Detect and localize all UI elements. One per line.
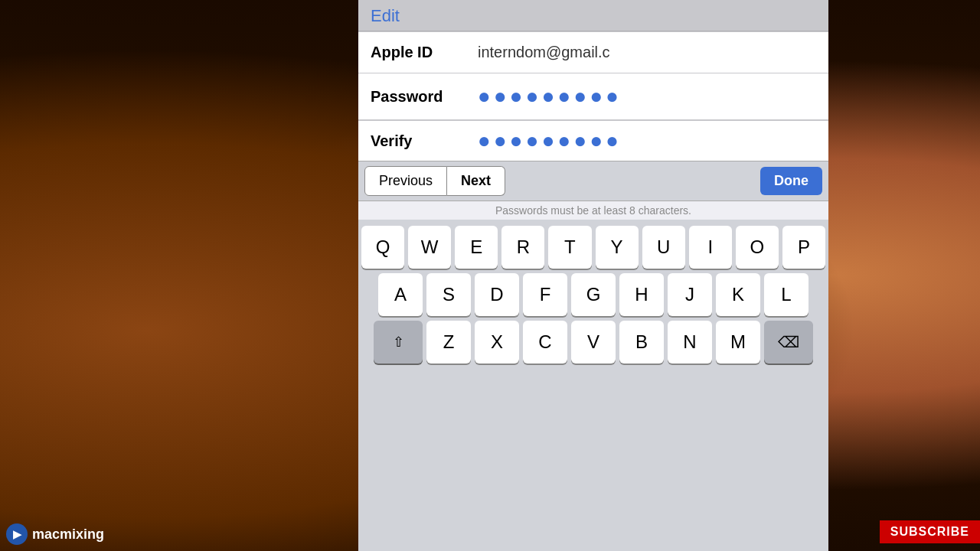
keyboard-row-2: A S D F G H J K L xyxy=(361,273,825,316)
apple-id-value[interactable]: interndom@gmail.c xyxy=(478,44,816,61)
shift-key[interactable]: ⇧ xyxy=(374,321,423,364)
subscribe-badge[interactable]: SUBSCRIBE xyxy=(880,520,980,543)
key-b[interactable]: B xyxy=(619,321,664,364)
key-r[interactable]: R xyxy=(501,226,544,269)
verify-dots[interactable]: ●●●●●●●●● xyxy=(478,129,816,153)
keyboard-toolbar: Previous Next Done xyxy=(358,161,828,201)
key-l[interactable]: L xyxy=(764,273,808,316)
edit-button[interactable]: Edit xyxy=(371,6,400,26)
key-x[interactable]: X xyxy=(475,321,519,364)
apple-id-row: Apple ID interndom@gmail.c xyxy=(358,32,828,73)
key-q[interactable]: Q xyxy=(361,226,404,269)
key-o[interactable]: O xyxy=(736,226,779,269)
verify-row: Verify ●●●●●●●●● xyxy=(358,120,828,161)
key-f[interactable]: F xyxy=(523,273,567,316)
top-bar: Edit xyxy=(358,0,828,31)
key-y[interactable]: Y xyxy=(596,226,639,269)
key-u[interactable]: U xyxy=(642,226,685,269)
key-s[interactable]: S xyxy=(426,273,471,316)
key-v[interactable]: V xyxy=(571,321,616,364)
keyboard-row-1: Q W E R T Y U I O P xyxy=(361,226,825,269)
key-i[interactable]: I xyxy=(689,226,732,269)
key-k[interactable]: K xyxy=(716,273,760,316)
key-j[interactable]: J xyxy=(668,273,712,316)
key-m[interactable]: M xyxy=(716,321,760,364)
password-dots[interactable]: ●●●●●●●●● xyxy=(478,84,816,109)
key-c[interactable]: C xyxy=(523,321,567,364)
next-button[interactable]: Next xyxy=(447,166,505,196)
keyboard: Q W E R T Y U I O P A S D F G H J K L ⇧ … xyxy=(358,220,828,551)
form-card: Apple ID interndom@gmail.c Password ●●●●… xyxy=(358,31,828,120)
done-button[interactable]: Done xyxy=(760,167,822,195)
key-z[interactable]: Z xyxy=(426,321,471,364)
key-e[interactable]: E xyxy=(455,226,498,269)
key-p[interactable]: P xyxy=(782,226,825,269)
key-g[interactable]: G xyxy=(571,273,616,316)
key-a[interactable]: A xyxy=(378,273,423,316)
logo-icon: ▶ xyxy=(6,523,28,545)
password-label: Password xyxy=(371,88,478,106)
hint-text: Passwords must be at least 8 characters. xyxy=(358,201,828,220)
key-d[interactable]: D xyxy=(475,273,519,316)
verify-label: Verify xyxy=(371,132,478,150)
key-h[interactable]: H xyxy=(619,273,664,316)
delete-key[interactable]: ⌫ xyxy=(764,321,813,364)
key-w[interactable]: W xyxy=(408,226,451,269)
logo-text: macmixing xyxy=(32,527,104,543)
phone-screen: Edit Apple ID interndom@gmail.c Password… xyxy=(358,0,828,551)
key-t[interactable]: T xyxy=(548,226,591,269)
apple-id-label: Apple ID xyxy=(371,44,478,61)
keyboard-row-3: ⇧ Z X C V B N M ⌫ xyxy=(361,321,825,364)
previous-button[interactable]: Previous xyxy=(364,166,447,196)
logo-badge: ▶ macmixing xyxy=(6,523,104,545)
key-n[interactable]: N xyxy=(668,321,712,364)
password-row: Password ●●●●●●●●● xyxy=(358,73,828,119)
